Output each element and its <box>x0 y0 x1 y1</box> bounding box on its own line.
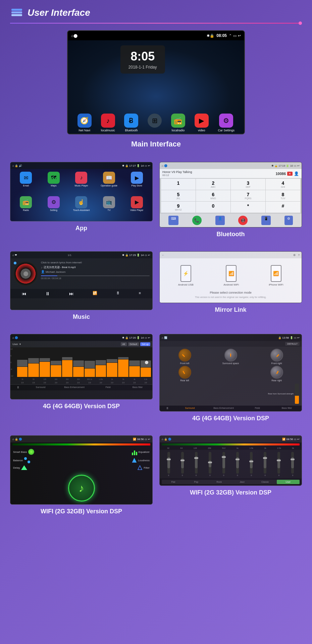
bt-key-0[interactable]: 0 <box>196 202 230 213</box>
mirror-device-iphone-wifi[interactable]: 📶 iPhone WiFi <box>269 265 283 286</box>
wifi-freq-tab-flat[interactable]: Flat <box>162 480 185 484</box>
slider-thumb-4[interactable] <box>208 462 212 463</box>
eq-bar-1[interactable] <box>17 360 28 377</box>
slider-thumb-8[interactable] <box>263 457 267 459</box>
dsp-tab-eq-icon[interactable]: 🎚 <box>10 385 26 390</box>
eq-bar-7[interactable] <box>85 361 95 377</box>
dsp-surr-tab-bass-enh[interactable]: Bass Enhancement <box>205 405 243 411</box>
bt-endcall-btn[interactable]: 📵 <box>238 216 248 225</box>
slider-thumb-7[interactable] <box>249 461 253 462</box>
bt-call-btn[interactable]: 📞 <box>192 216 202 225</box>
mini-app-touchassist[interactable]: ☝ Touch-Assistant <box>68 196 94 219</box>
balance-indicator[interactable] <box>24 457 30 463</box>
eq-bar-5[interactable] <box>62 357 72 377</box>
smart-bass-indicator[interactable] <box>28 449 34 455</box>
music-prev-btn[interactable]: ⏮ <box>22 291 27 296</box>
freq-slider-1k5[interactable]: 0 <box>250 452 253 476</box>
slider-thumb-9[interactable] <box>277 460 281 461</box>
dsp-surr-tab-bass-filter[interactable]: Bass filter <box>272 405 302 411</box>
wifi-freq-tab-user[interactable]: User <box>277 480 300 484</box>
app-menu[interactable]: ⊞ <box>148 114 162 132</box>
music-list-btn[interactable]: ≡ <box>139 291 141 296</box>
bt-key-1[interactable]: 1 <box>161 179 196 190</box>
dsp-surr-tab-eq-icon[interactable]: 🎚 <box>160 405 175 411</box>
slider-thumb-10[interactable] <box>291 459 295 460</box>
mini-app-musicplayer[interactable]: ♪ Music Player <box>68 172 94 194</box>
mini-app-radio[interactable]: 📻 Radio <box>13 196 39 219</box>
music-play-btn[interactable]: ⏸ <box>45 291 50 296</box>
mini-app-playstore[interactable]: ▶ Play Store <box>124 172 150 194</box>
bt-key-4[interactable]: 4 GHI <box>266 179 300 190</box>
dsp-tab-field[interactable]: Field <box>93 385 123 390</box>
eq-bar-2[interactable] <box>28 358 39 377</box>
knob-fr-dial[interactable] <box>270 349 283 361</box>
music-repeat-btn[interactable]: 🔁 <box>93 291 97 296</box>
bt-close-btn[interactable]: ✕ <box>287 172 293 176</box>
bt-key-6[interactable]: 6 MNO <box>196 190 230 201</box>
dsp-tab-surround[interactable]: Surround <box>26 385 55 390</box>
dsp-tab-bass-enh[interactable]: Bass Enhancement <box>55 385 93 390</box>
wifi-freq-tab-rock[interactable]: Rock <box>208 480 231 484</box>
eq-slider-thumb[interactable] <box>145 361 148 364</box>
mini-app-videoplayer[interactable]: ▶ Video Player <box>124 196 150 219</box>
mini-app-maps[interactable]: 🗺 Maps <box>41 172 67 194</box>
app-carsettings[interactable]: ⚙ Car Settings <box>218 114 235 132</box>
freq-slider-512[interactable]: 0 <box>222 452 225 476</box>
music-next-btn[interactable]: ⏭ <box>69 291 74 296</box>
knob-fl-dial[interactable] <box>178 349 191 361</box>
dsp-tab-bass-filter[interactable]: Bass filter <box>123 385 152 390</box>
bt-key-hash[interactable]: # <box>266 202 300 213</box>
dsp-surr-tab-surround[interactable]: Surround <box>175 405 205 411</box>
app-localradio[interactable]: 📻 localradio <box>171 114 185 132</box>
mini-app-setting[interactable]: ⚙ Setting <box>41 196 67 219</box>
mini-app-email[interactable]: ✉ Email <box>13 172 39 194</box>
freq-slider-3k[interactable]: 0 <box>291 452 294 476</box>
eq-bar-8[interactable] <box>96 360 106 377</box>
eq-bar-9[interactable] <box>107 359 117 377</box>
wifi-freq-tab-pop[interactable]: Pop <box>185 480 208 484</box>
mirror-device-android-wifi[interactable]: 📶 Android WiFi <box>223 265 239 286</box>
bt-key-5[interactable]: 5 JKL <box>161 190 196 201</box>
mirror-settings-icon[interactable]: ⚙ <box>293 254 296 257</box>
slider-thumb-6[interactable] <box>236 459 240 460</box>
slider-thumb-2[interactable] <box>180 460 185 461</box>
dsp-setup-btn[interactable]: Set up <box>140 342 150 346</box>
bt-contacts-btn[interactable]: 👤 <box>215 216 225 225</box>
bt-key-8[interactable]: 8 TUV <box>266 190 300 201</box>
freq-slider-64[interactable]: 0 <box>181 452 184 476</box>
app-localmusic[interactable]: ♪ localmusic <box>101 114 115 132</box>
mirror-back-icon[interactable]: ← <box>162 254 164 257</box>
freq-slider-1k[interactable]: 0 <box>236 452 239 476</box>
wifi-freq-tab-classic[interactable]: Classic <box>254 480 277 484</box>
dsp-dropdown-icon[interactable]: ▾ <box>19 343 21 346</box>
eq-bar-3[interactable] <box>40 358 50 377</box>
bt-key-3[interactable]: 3 DEF <box>231 179 265 190</box>
freq-slider-2k[interactable]: 0 <box>264 452 266 476</box>
bt-phone-btn[interactable]: 📱 <box>261 216 271 225</box>
mirror-help-icon[interactable]: ? <box>298 254 300 257</box>
eq-bar-4[interactable] <box>51 361 61 377</box>
dsp-default-btn[interactable]: Default <box>128 342 139 346</box>
wifi-freq-tab-jazz[interactable]: Jazz <box>231 480 254 484</box>
bt-settings-btn[interactable]: ⚙ <box>284 216 293 225</box>
dsp-all-btn[interactable]: All <box>121 342 127 346</box>
knob-rr-dial[interactable] <box>270 366 283 379</box>
bt-key-7[interactable]: 7 PQRS <box>231 190 265 201</box>
eq-bar-10[interactable] <box>118 357 128 377</box>
freq-slider-2k5[interactable]: 0 <box>277 452 280 476</box>
eq-bar-11[interactable] <box>129 360 140 377</box>
mini-app-opguide[interactable]: 📖 Operation guide <box>96 172 122 194</box>
mini-app-tv[interactable]: 📺 TV <box>96 196 122 219</box>
bt-dialpad-btn[interactable]: ⌨ <box>168 216 178 225</box>
mirror-device-android-usb[interactable]: ⚡ Android USB <box>178 265 194 286</box>
freq-slider-128[interactable]: 0 <box>195 452 198 476</box>
bt-key-9[interactable]: 9 WXYZ <box>161 202 196 213</box>
bt-key-star[interactable]: * <box>231 202 265 213</box>
music-eq-btn[interactable]: 🎚 <box>116 291 120 296</box>
eq-bar-6[interactable] <box>73 360 84 377</box>
slider-thumb-1[interactable] <box>167 459 171 460</box>
music-progress-bar[interactable] <box>41 275 150 276</box>
freq-slider-32[interactable]: 0 <box>167 452 170 476</box>
app-video[interactable]: ▶ video <box>195 114 209 132</box>
knob-rl-dial[interactable] <box>178 366 191 379</box>
